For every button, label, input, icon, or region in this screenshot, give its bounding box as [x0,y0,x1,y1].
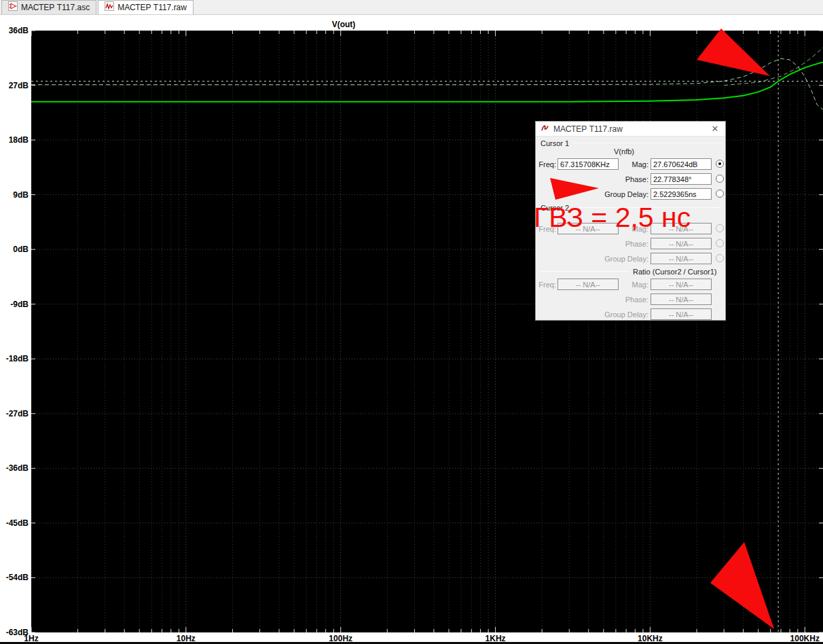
ratio-phase-label: Phase: [608,296,648,304]
cursor-dialog-titlebar[interactable]: МАСТЕР Т117.raw ✕ [536,122,725,137]
separator [574,207,721,208]
y-tick-label: 18dB [0,135,29,145]
close-icon[interactable]: ✕ [710,124,720,134]
cursor2-groupdelay-field: -- N/A-- [651,253,712,264]
cursor1-groupdelay-field[interactable]: 2.5229365ns [651,188,712,200]
schematic-icon [8,1,18,14]
separator [574,143,721,143]
cursor1-groupdelay-label: Group Delay: [600,190,648,198]
tab-waveform-label: МАСТЕР Т117.raw [117,3,187,12]
tab-bar: МАСТЕР Т117.asc МАСТЕР Т117.raw [0,0,823,15]
cursor1-mag-label: Mag: [628,160,648,168]
ratio-phase-field: -- N/A-- [651,293,712,305]
ratio-mag-label: Mag: [628,281,648,289]
y-tick-label: 0dB [0,245,29,254]
cursor1-freq-field[interactable]: 67.315708KHz [557,158,619,170]
ratio-groupdelay-field: -- N/A-- [651,308,712,320]
x-tick-label: 1Hz [4,634,58,643]
x-tick-label: 1KHz [469,634,523,643]
tab-schematic[interactable]: МАСТЕР Т117.asc [1,0,96,14]
cursor-dialog-title: МАСТЕР Т117.raw [553,124,706,134]
x-tick-label: 100KHz [778,634,823,643]
cursor1-freq-label: Freq: [537,160,556,168]
cursor1-section-label: Cursor 1 [541,139,569,147]
cursor2-freq-label: Freq: [537,225,556,233]
cursor1-phase-label: Phase: [608,175,648,183]
trace-V(out) [31,62,823,102]
cursor2-groupdelay-radio[interactable] [716,254,724,262]
y-tick-label: -9dB [0,300,29,309]
ltspice-icon [541,124,549,134]
y-tick-label: -45dB [0,518,29,528]
cursor2-groupdelay-label: Group Delay: [600,255,648,263]
cursor1-phase-radio[interactable] [716,175,724,183]
y-tick-label: -27dB [0,409,29,418]
cursor2-mag-radio[interactable] [716,224,724,232]
cursor2-mag-field: -- N/A-- [651,223,712,234]
cursor-dialog: МАСТЕР Т117.raw ✕ Cursor 1 V(nfb) Freq: … [535,121,726,321]
y-axis-labels: 36dB27dB18dB9dB0dB-9dB-18dB-27dB-36dB-45… [0,0,30,644]
x-tick-label: 100Hz [314,634,368,643]
cursor2-freq-field: -- N/A-- [557,223,619,234]
cursor2-phase-field: -- N/A-- [651,238,712,249]
ratio-section-label: Ratio (Cursor2 / Cursor1) [633,268,716,276]
y-tick-label: -18dB [0,354,29,363]
cursor2-phase-radio[interactable] [716,239,724,247]
cursor1-phase-field[interactable]: 22.778348° [651,173,712,185]
cursor1-groupdelay-radio[interactable] [716,190,724,198]
ltspice-window: МАСТЕР Т117.asc МАСТЕР Т117.raw V(out) 3… [0,0,823,644]
ratio-groupdelay-label: Group Delay: [600,310,648,319]
y-tick-label: 27dB [0,81,29,90]
y-tick-label: 36dB [0,26,29,35]
cursor2-section-label: Cursor 2 [541,204,569,212]
trace-pane-title: V(out) [31,20,656,29]
waveform-icon [105,1,114,14]
ratio-freq-field: -- N/A-- [557,279,619,290]
cursor1-mag-radio[interactable] [716,160,724,168]
separator [541,271,629,272]
y-tick-label: 9dB [0,190,29,200]
cursor2-mag-label: Mag: [628,225,648,233]
y-tick-label: -54dB [0,573,29,582]
ratio-freq-label: Freq: [537,281,556,289]
y-tick-label: -36dB [0,463,29,473]
tab-schematic-label: МАСТЕР Т117.asc [21,3,90,12]
tab-waveform[interactable]: МАСТЕР Т117.raw [98,0,194,14]
cursor2-phase-label: Phase: [608,240,648,248]
ratio-mag-field: -- N/A-- [651,279,712,290]
cursor1-mag-field[interactable]: 27.670624dB [651,158,712,170]
x-tick-label: 10Hz [159,634,213,643]
x-tick-label: 10KHz [623,634,677,643]
cursor1-trace-name: V(nfb) [536,147,712,156]
x-axis-labels: 1Hz10Hz100Hz1KHz10KHz100KHz [0,633,823,644]
